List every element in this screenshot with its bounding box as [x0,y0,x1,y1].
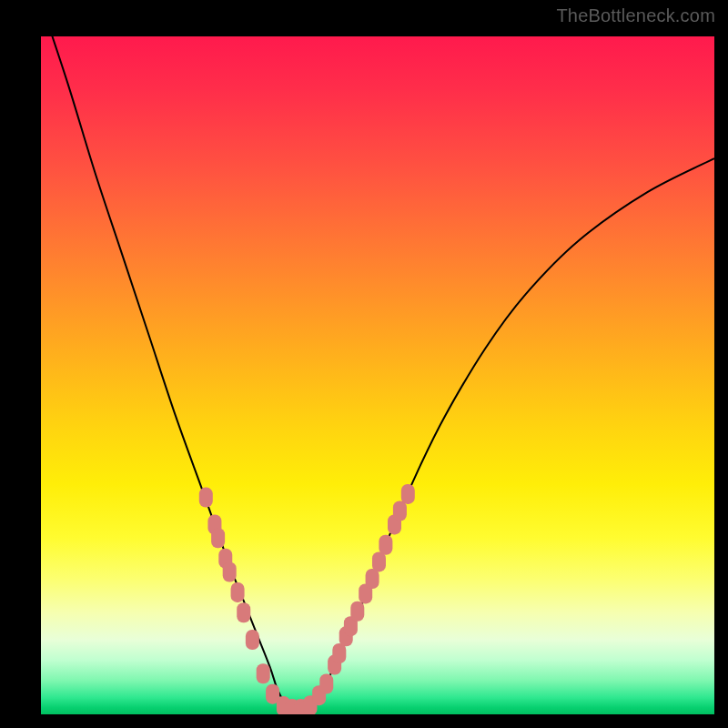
chart-svg [41,36,714,714]
data-markers [199,484,415,714]
data-marker [223,562,237,582]
data-marker [372,551,386,571]
data-marker [199,488,213,508]
bottleneck-curve [41,36,714,709]
data-marker [257,663,270,683]
data-marker [319,673,333,693]
data-marker [237,602,250,622]
data-marker [211,528,225,548]
attribution-text: TheBottleneck.com [556,5,715,26]
data-marker [332,643,346,663]
data-marker [401,484,415,504]
data-marker [246,630,259,650]
data-marker [393,501,407,521]
chart-frame: TheBottleneck.com [0,0,728,728]
data-marker [379,535,392,555]
data-marker [231,582,245,602]
plot-area [41,36,714,714]
data-marker [350,602,364,622]
data-marker [366,569,379,589]
